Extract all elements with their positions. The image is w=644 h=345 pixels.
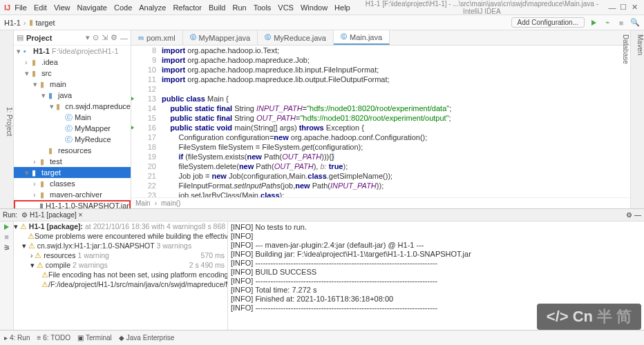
menu-build[interactable]: Build xyxy=(209,3,225,12)
sb-terminal[interactable]: ▣ Terminal xyxy=(77,334,112,342)
project-pane: ▤ Project ▾ ⊙ ⇲ ⚙ — ▾▪H1-1 F:\idea\proje… xyxy=(14,30,131,208)
project-label: Project xyxy=(26,34,83,42)
target-icon[interactable]: ⊙ xyxy=(93,33,99,42)
maven-tool-tab[interactable]: Maven xyxy=(636,34,644,208)
project-tree[interactable]: ▾▪H1-1 F:\idea\project\H1-1 ›▮.idea ▾▮sr… xyxy=(14,46,131,208)
run-icon[interactable] xyxy=(589,18,598,28)
run-tree[interactable]: ▾ ⚠ H1-1 [package]: at 2021/10/16 18:36 … xyxy=(14,221,228,330)
search-icon[interactable]: 🔍 xyxy=(630,18,640,28)
gear-icon[interactable]: ⚙ xyxy=(111,33,117,42)
menu-edit[interactable]: Edit xyxy=(34,3,47,12)
menu-help[interactable]: Help xyxy=(334,3,350,12)
gear-icon[interactable]: ⚙ xyxy=(626,211,632,219)
editor-breadcrumb: Main› main() xyxy=(131,197,630,208)
close-icon[interactable]: ✕ xyxy=(629,3,640,12)
breadcrumb: H1-1 › ▮ target xyxy=(4,18,55,27)
tree-jar[interactable]: ▮H1-1-1.0-SNAPSHOT.jar xyxy=(14,200,131,208)
run-header: Run: ⚙ H1-1 [package] × ⚙ — xyxy=(0,209,644,221)
tree-java[interactable]: ▾▮java xyxy=(14,90,131,101)
sb-run[interactable]: ▸ 4: Run xyxy=(4,334,30,342)
menu-analyze[interactable]: Analyze xyxy=(139,3,166,12)
tree-main-class[interactable]: ⓒMain xyxy=(14,112,131,123)
tree-pkg[interactable]: ▾▮cn.swjd.mapreduce xyxy=(14,101,131,112)
tree-idea[interactable]: ›▮.idea xyxy=(14,57,131,68)
watermark: </>Cn半简 xyxy=(537,304,641,330)
run-tab[interactable]: ⚙ H1-1 [package] × xyxy=(17,211,86,219)
add-configuration-button[interactable]: Add Configuration... xyxy=(511,17,585,28)
main-toolbar: H1-1 › ▮ target Add Configuration... ⌁ ■… xyxy=(0,15,644,30)
menu-refactor[interactable]: Refactor xyxy=(173,3,202,12)
sb-todo[interactable]: ≡ 6: TODO xyxy=(37,334,70,342)
project-icon: ▤ xyxy=(17,33,23,42)
tab-mapper[interactable]: ⓒMyMapper.java xyxy=(183,30,258,45)
line-gutter: 89101112 13141516 17181920 21222324 xyxy=(131,46,162,197)
code-content[interactable]: import import org.apache.hadoop.io.Text;… xyxy=(162,46,630,197)
debug-icon[interactable]: ⌁ xyxy=(603,18,612,28)
stop-icon[interactable]: ■ xyxy=(4,233,9,241)
menu-code[interactable]: Code xyxy=(114,3,132,12)
tree-reduce[interactable]: ⓒMyReduce xyxy=(14,134,131,145)
tree-test[interactable]: ›▮test xyxy=(14,156,131,167)
menu-navigate[interactable]: Navigate xyxy=(77,3,107,12)
menu-view[interactable]: View xyxy=(54,3,70,12)
menu-run[interactable]: Run xyxy=(232,3,246,12)
hide-icon[interactable]: — xyxy=(120,34,128,42)
status-bar: ▸ 4: Run ≡ 6: TODO ▣ Terminal ◆ Java Ent… xyxy=(0,330,644,345)
chevron-right-icon: › xyxy=(23,19,26,27)
run-label: Run: xyxy=(3,211,17,219)
crumb-method[interactable]: main() xyxy=(161,199,180,207)
crumb-root[interactable]: H1-1 xyxy=(4,19,21,27)
crumb-class[interactable]: Main xyxy=(135,199,151,207)
minimize-icon[interactable]: — xyxy=(607,3,618,12)
tree-archiver[interactable]: ›▮maven-archiver xyxy=(14,189,131,200)
rerun-icon[interactable] xyxy=(4,224,9,230)
stop-icon[interactable]: ■ xyxy=(616,18,626,28)
database-tool-tab[interactable]: Database xyxy=(622,34,629,208)
menu-window[interactable]: Window xyxy=(301,3,328,12)
menu-bar: IJ File Edit View Navigate Code Analyze … xyxy=(0,0,644,15)
tree-classes[interactable]: ›▮classes xyxy=(14,178,131,189)
project-header: ▤ Project ▾ ⊙ ⇲ ⚙ — xyxy=(14,30,131,46)
tab-pom[interactable]: mpom.xml xyxy=(131,30,183,45)
minimize-icon[interactable]: — xyxy=(634,211,641,219)
tree-mapper[interactable]: ⓒMyMapper xyxy=(14,123,131,134)
folder-icon: ▮ xyxy=(29,18,33,27)
collapse-icon[interactable]: ⇲ xyxy=(102,33,108,42)
editor-area: mpom.xml ⓒMyMapper.java ⓒMyReduce.java ⓒ… xyxy=(131,30,630,208)
tree-src[interactable]: ▾▮src xyxy=(14,68,131,79)
tree-root[interactable]: ▾▪H1-1 F:\idea\project\H1-1 xyxy=(14,46,131,57)
app-icon: IJ xyxy=(4,3,10,12)
crumb-target[interactable]: target xyxy=(36,19,55,27)
tab-reduce[interactable]: ⓒMyReduce.java xyxy=(258,30,334,45)
editor-tabs: mpom.xml ⓒMyMapper.java ⓒMyReduce.java ⓒ… xyxy=(131,30,630,46)
menu-file[interactable]: File xyxy=(15,3,27,12)
menu-tools[interactable]: Tools xyxy=(254,3,272,12)
chevron-down-icon[interactable]: ▾ xyxy=(86,33,90,42)
sb-java-enterprise[interactable]: ◆ Java Enterprise xyxy=(119,334,174,342)
run-toolbar: ■ ⚞ xyxy=(0,221,14,330)
filter-icon[interactable]: ⚞ xyxy=(3,244,10,253)
tree-main[interactable]: ▾▮main xyxy=(14,79,131,90)
menu-vcs[interactable]: VCS xyxy=(278,3,294,12)
tree-resources[interactable]: ▮resources xyxy=(14,145,131,156)
code-editor[interactable]: 89101112 13141516 17181920 21222324 impo… xyxy=(131,46,630,197)
maximize-icon[interactable]: ☐ xyxy=(618,3,629,12)
tab-main[interactable]: ⓒMain.java xyxy=(334,30,390,45)
project-tool-tab[interactable]: 1: Project xyxy=(6,34,13,208)
left-tool-strip: 1: Project 7: Structure 2: Favorites xyxy=(0,30,14,208)
window-title: H1-1 [F:\idea\project\H1-1] - ...\src\ma… xyxy=(357,0,607,15)
tree-target[interactable]: ▾▮target xyxy=(14,167,131,178)
right-tool-strip: Maven Database xyxy=(630,30,644,208)
